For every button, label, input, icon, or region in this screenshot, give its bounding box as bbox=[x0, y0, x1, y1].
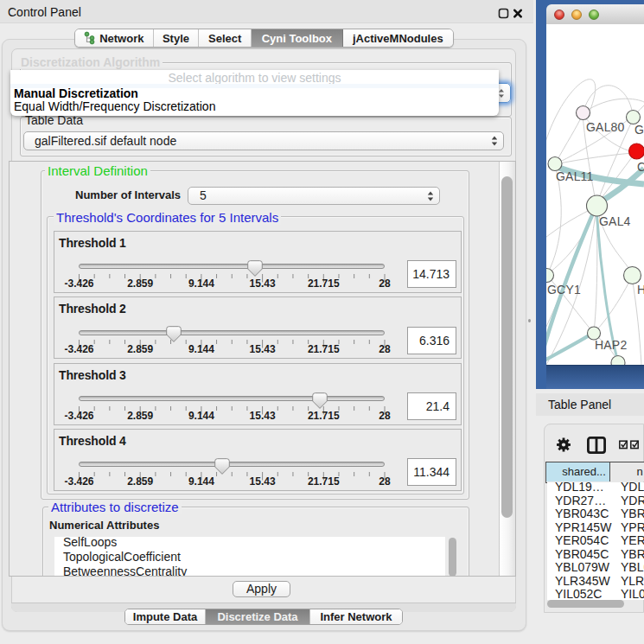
svg-text:GCY1: GCY1 bbox=[547, 283, 581, 296]
svg-text:HAP2: HAP2 bbox=[595, 338, 627, 352]
svg-text:GAL11: GAL11 bbox=[556, 169, 594, 183]
svg-text:GAL4: GAL4 bbox=[599, 214, 631, 228]
svg-text:GAL80: GAL80 bbox=[586, 120, 625, 134]
svg-text:H: H bbox=[637, 283, 644, 296]
svg-text:C: C bbox=[637, 160, 644, 174]
svg-text:G: G bbox=[634, 123, 644, 137]
